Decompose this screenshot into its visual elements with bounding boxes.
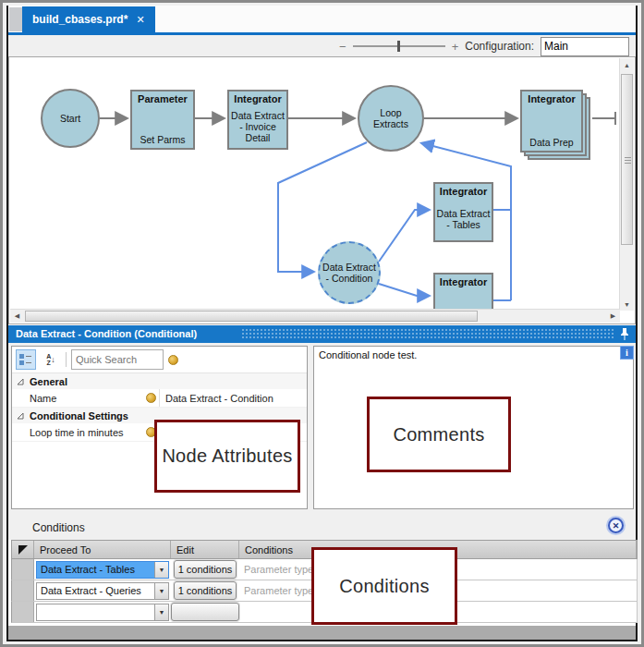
property-row-name[interactable]: Name Data Extract - Condition <box>12 389 307 408</box>
node-loop-extracts[interactable]: Loop Extracts <box>358 85 424 152</box>
conditions-panel-filler <box>8 626 636 640</box>
scroll-down-icon[interactable]: ▼ <box>620 298 634 311</box>
node-label: Set Parms <box>132 134 193 148</box>
proceed-to-dropdown[interactable]: ▼ <box>36 604 169 621</box>
property-label: Loop time in minutes <box>12 427 142 438</box>
category-label: General <box>30 376 67 387</box>
node-type-label: Parameter <box>132 92 193 104</box>
tab-title: build_cbases.prd* <box>32 13 128 26</box>
app-content: build_cbases.prd* ✕ − + Configuration: <box>6 6 638 641</box>
node-label: Data Extract - Invoice Detail <box>229 104 286 148</box>
close-conditions-icon[interactable]: ✕ <box>608 518 624 533</box>
configuration-input[interactable] <box>541 37 629 56</box>
collapse-triangle-icon <box>17 378 24 385</box>
node-type-label: Integrator <box>435 184 492 197</box>
categorize-button[interactable] <box>16 349 36 370</box>
scroll-grip <box>625 160 631 161</box>
tab-strip: build_cbases.prd* ✕ <box>8 6 636 32</box>
node-label: Start <box>60 113 80 124</box>
node-data-extract-invoice-detail[interactable]: Integrator Data Extract - Invoice Detail <box>227 90 288 150</box>
toolbar-separator <box>66 352 67 367</box>
properties-panel-header: Data Extract - Condition (Conditional) <box>8 325 636 343</box>
tab-close-icon[interactable]: ✕ <box>136 14 144 26</box>
collapse-triangle-icon <box>17 412 24 420</box>
callout-label: Comments <box>393 424 484 446</box>
node-label: Data Prep <box>522 137 581 151</box>
node-type-label: Integrator <box>229 92 286 104</box>
conditions-callout: Conditions <box>311 547 457 625</box>
chevron-down-icon[interactable]: ▼ <box>154 604 168 620</box>
chevron-down-icon[interactable]: ▼ <box>154 583 168 599</box>
row-selector-header[interactable] <box>12 541 34 558</box>
zoom-in-icon[interactable]: + <box>452 40 459 54</box>
vertical-scroll-thumb[interactable] <box>621 74 633 245</box>
scroll-up-icon[interactable]: ▲ <box>620 58 634 71</box>
property-value[interactable]: Data Extract - Condition <box>159 389 307 407</box>
tab-strip-spacer <box>9 7 22 31</box>
horizontal-scroll-thumb[interactable] <box>25 311 478 322</box>
node-data-extract-queries[interactable]: Integrator <box>433 273 493 310</box>
row-selector[interactable] <box>12 602 34 622</box>
node-data-prep[interactable]: Integrator Data Prep <box>520 90 583 153</box>
panel-header-texture <box>241 328 614 340</box>
node-start[interactable]: Start <box>41 89 100 148</box>
node-label <box>435 287 492 310</box>
conditions-section-header: Conditions ✕ <box>8 509 636 540</box>
row-selector[interactable] <box>12 559 34 580</box>
category-label: Conditional Settings <box>30 410 128 421</box>
configuration-label: Configuration: <box>465 40 534 53</box>
dropdown-value: Data Extract - Queries <box>37 585 154 596</box>
edit-conditions-button[interactable]: 1 conditions <box>174 560 237 579</box>
node-label: Data Extract - Condition <box>322 262 376 284</box>
proceed-to-dropdown[interactable]: Data Extract - Tables ▼ <box>36 561 169 579</box>
callout-label: Conditions <box>339 576 430 597</box>
dropdown-value: Data Extract - Tables <box>37 564 154 575</box>
scroll-right-icon[interactable]: ▶ <box>606 310 620 322</box>
zoom-slider-thumb[interactable] <box>397 41 400 52</box>
category-general[interactable]: General <box>12 373 307 389</box>
app-window: build_cbases.prd* ✕ − + Configuration: <box>0 0 644 647</box>
scroll-left-icon[interactable]: ◀ <box>10 310 24 322</box>
node-set-parms[interactable]: Parameter Set Parms <box>130 90 195 150</box>
zoom-out-icon[interactable]: − <box>339 40 346 54</box>
node-data-extract-tables[interactable]: Integrator Data Extract - Tables <box>433 182 493 242</box>
categorized-view-icon <box>19 353 32 366</box>
column-header-edit[interactable]: Edit <box>171 541 239 558</box>
callout-label: Node Attributes <box>162 446 292 467</box>
modified-indicator-icon <box>146 393 156 403</box>
diagram-canvas: Start Parameter Set Parms Integrator Dat… <box>8 56 636 324</box>
comments-text: Conditional node test. <box>314 347 633 363</box>
info-icon[interactable]: i <box>620 346 634 360</box>
property-label: Name <box>12 393 142 404</box>
sort-arrow-icon: ↓ <box>51 355 55 364</box>
chevron-down-icon[interactable]: ▼ <box>154 562 168 578</box>
edit-conditions-button[interactable] <box>171 603 239 621</box>
column-header-proceed-to[interactable]: Proceed To <box>34 541 171 558</box>
node-label: Loop Extracts <box>373 107 408 129</box>
comments-callout: Comments <box>367 397 511 472</box>
diagram-toolbar: − + Configuration: <box>8 35 636 57</box>
modified-indicator-icon <box>168 355 178 365</box>
select-all-triangle-icon <box>18 544 29 555</box>
diagram-view[interactable]: Start Parameter Set Parms Integrator Dat… <box>10 58 620 310</box>
conditions-section-title: Conditions <box>32 521 85 534</box>
proceed-to-dropdown[interactable]: Data Extract - Queries ▼ <box>36 582 169 600</box>
quick-search-input[interactable] <box>71 349 164 370</box>
canvas-horizontal-scrollbar[interactable]: ◀ ▶ <box>10 309 620 323</box>
node-label: Data Extract - Tables <box>435 197 492 240</box>
canvas-vertical-scrollbar[interactable]: ▲ ▼ <box>619 58 634 311</box>
zoom-slider[interactable] <box>353 45 445 47</box>
conditions-placeholder: Parameter type <box>239 585 313 596</box>
node-type-label: Integrator <box>435 275 492 287</box>
edit-conditions-button[interactable]: 1 conditions <box>174 581 237 600</box>
tab-build-cbases[interactable]: build_cbases.prd* ✕ <box>22 6 155 32</box>
row-selector[interactable] <box>12 580 34 601</box>
conditions-placeholder: Parameter type <box>239 564 313 575</box>
property-grid-toolbar: AZ ↓ <box>12 347 307 373</box>
node-data-extract-condition[interactable]: Data Extract - Condition <box>318 241 381 304</box>
properties-panel-title: Data Extract - Condition (Conditional) <box>16 328 197 339</box>
sort-alphabetical-button[interactable]: AZ ↓ <box>41 349 61 370</box>
node-attributes-callout: Node Attributes <box>154 420 300 493</box>
node-type-label: Integrator <box>522 92 581 104</box>
